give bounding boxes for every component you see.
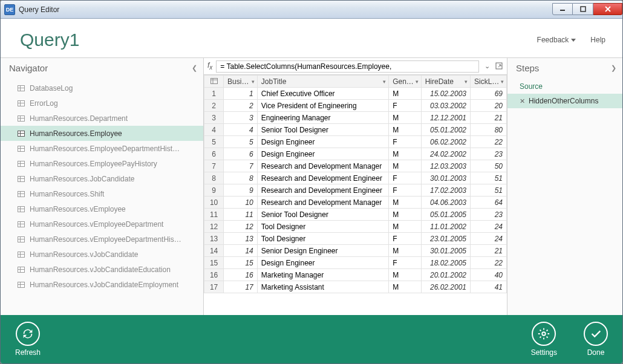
cell-jobtitle: Vice President of Engineering bbox=[257, 100, 388, 112]
cell-jobtitle: Design Engineer bbox=[257, 148, 388, 160]
table-row[interactable]: 11Chief Executive OfficerM15.02.200369 bbox=[204, 88, 507, 100]
done-button[interactable]: Done bbox=[584, 322, 608, 357]
minimize-button[interactable] bbox=[552, 3, 573, 15]
navigator-item-label: DatabaseLog bbox=[30, 84, 73, 93]
navigator-item[interactable]: HumanResources.Shift bbox=[1, 186, 203, 201]
page-title: Query1 bbox=[20, 30, 79, 50]
column-header-hiredate[interactable]: HireDate▾ bbox=[421, 76, 470, 88]
cell-business: 2 bbox=[224, 100, 258, 112]
table-icon bbox=[18, 146, 25, 152]
cell-business: 3 bbox=[224, 112, 258, 124]
cell-hiredate: 05.01.2005 bbox=[421, 209, 470, 221]
close-button[interactable] bbox=[593, 3, 622, 15]
table-icon bbox=[18, 131, 25, 137]
table-row[interactable]: 1010Research and Development ManagerM04.… bbox=[204, 197, 507, 209]
step-item[interactable]: Source bbox=[507, 79, 622, 94]
navigator-list[interactable]: DatabaseLogErrorLogHumanResources.Depart… bbox=[1, 76, 203, 315]
navigator-item-label: HumanResources.Employee bbox=[30, 129, 122, 138]
table-row[interactable]: 1616Marketing ManagerM20.01.200240 bbox=[204, 269, 507, 281]
step-item[interactable]: ✕HiddenOtherColumns bbox=[507, 94, 622, 108]
cell-hiredate: 24.02.2002 bbox=[421, 148, 470, 160]
chevron-down-icon bbox=[571, 39, 576, 42]
gear-icon bbox=[532, 322, 556, 346]
navigator-item[interactable]: HumanResources.JobCandidate bbox=[1, 171, 203, 186]
header: Query1 Feedback Help bbox=[1, 19, 622, 57]
navigator-item[interactable]: HumanResources.vEmployee bbox=[1, 201, 203, 216]
cell-sickleave: 22 bbox=[471, 257, 507, 269]
row-number: 4 bbox=[204, 124, 224, 136]
column-header-gender[interactable]: Gen…▾ bbox=[389, 76, 422, 88]
delete-step-icon[interactable]: ✕ bbox=[520, 97, 525, 105]
navigator-item[interactable]: HumanResources.vJobCandidateEducation bbox=[1, 262, 203, 277]
navigator-item-label: HumanResources.JobCandidate bbox=[30, 175, 134, 183]
grid-scroll[interactable]: Busi…▾ JobTitle▾ Gen…▾ HireDate▾ SickLe…… bbox=[204, 75, 507, 315]
navigator-item[interactable]: HumanResources.vEmployeeDepartment bbox=[1, 216, 203, 232]
table-row[interactable]: 1313Tool DesignerF23.01.200524 bbox=[204, 233, 507, 245]
table-row[interactable]: 33Engineering ManagerM12.12.200121 bbox=[204, 112, 507, 124]
table-row[interactable]: 66Design EngineerM24.02.200223 bbox=[204, 148, 507, 160]
navigator-item[interactable]: HumanResources.Employee bbox=[1, 126, 203, 141]
collapse-right-icon[interactable]: ❯ bbox=[611, 64, 616, 72]
window-controls bbox=[552, 4, 622, 15]
row-number: 6 bbox=[204, 148, 224, 160]
formula-dropdown-icon[interactable]: ⌄ bbox=[483, 62, 491, 70]
maximize-button[interactable] bbox=[573, 3, 593, 15]
settings-button[interactable]: Settings bbox=[531, 322, 557, 357]
navigator-item[interactable]: ErrorLog bbox=[1, 96, 203, 111]
table-icon bbox=[18, 85, 25, 91]
cell-sickleave: 23 bbox=[471, 209, 507, 221]
cell-gender: F bbox=[389, 100, 422, 112]
table-row[interactable]: 1414Senior Design EngineerM30.01.200521 bbox=[204, 245, 507, 257]
table-row[interactable]: 88Research and Development EngineerF30.0… bbox=[204, 172, 507, 184]
cell-business: 17 bbox=[224, 281, 258, 293]
row-number: 12 bbox=[204, 221, 224, 233]
column-header-sickleave[interactable]: SickLe…▾ bbox=[471, 76, 507, 88]
navigator-header: Navigator ❮ bbox=[1, 58, 203, 76]
navigator-item[interactable]: DatabaseLog bbox=[1, 80, 203, 96]
navigator-item[interactable]: HumanResources.vJobCandidate bbox=[1, 247, 203, 262]
cell-jobtitle: Senior Tool Designer bbox=[257, 209, 388, 221]
feedback-link[interactable]: Feedback bbox=[537, 36, 576, 44]
table-row[interactable]: 44Senior Tool DesignerM05.01.200280 bbox=[204, 124, 507, 136]
navigator-item-label: HumanResources.vJobCandidateEmployment bbox=[30, 281, 178, 289]
navigator-item[interactable]: HumanResources.EmployeeDepartmentHist… bbox=[1, 141, 203, 156]
cell-hiredate: 04.06.2003 bbox=[421, 197, 470, 209]
cell-business: 1 bbox=[224, 88, 258, 100]
refresh-button[interactable]: Refresh bbox=[15, 322, 41, 357]
table-corner[interactable] bbox=[204, 76, 224, 88]
cell-sickleave: 24 bbox=[471, 221, 507, 233]
navigator-item[interactable]: HumanResources.EmployeePayHistory bbox=[1, 156, 203, 171]
collapse-left-icon[interactable]: ❮ bbox=[192, 64, 197, 72]
navigator-item-label: HumanResources.vJobCandidateEducation bbox=[30, 265, 171, 274]
cell-jobtitle: Research and Development Engineer bbox=[257, 184, 388, 197]
table-row[interactable]: 55Design EngineerF06.02.200222 bbox=[204, 136, 507, 148]
table-row[interactable]: 22Vice President of EngineeringF03.03.20… bbox=[204, 100, 507, 112]
cell-jobtitle: Senior Design Engineer bbox=[257, 245, 388, 257]
cell-hiredate: 26.02.2001 bbox=[421, 281, 470, 293]
data-grid: Busi…▾ JobTitle▾ Gen…▾ HireDate▾ SickLe…… bbox=[204, 75, 507, 293]
close-icon bbox=[604, 6, 612, 12]
navigator-item[interactable]: HumanResources.vJobCandidateEmployment bbox=[1, 277, 203, 292]
cell-sickleave: 21 bbox=[471, 112, 507, 124]
column-header-business[interactable]: Busi…▾ bbox=[224, 76, 258, 88]
cell-business: 6 bbox=[224, 148, 258, 160]
table-row[interactable]: 1717Marketing AssistantM26.02.200141 bbox=[204, 281, 507, 293]
table-row[interactable]: 1515Design EngineerF18.02.200522 bbox=[204, 257, 507, 269]
zoom-formula-icon[interactable] bbox=[495, 62, 503, 71]
table-row[interactable]: 77Research and Development ManagerM12.03… bbox=[204, 160, 507, 172]
table-row[interactable]: 1212Tool DesignerM11.01.200224 bbox=[204, 221, 507, 233]
formula-input[interactable] bbox=[216, 60, 479, 73]
svg-rect-1 bbox=[581, 7, 585, 11]
table-row[interactable]: 99Research and Development EngineerF17.0… bbox=[204, 184, 507, 197]
cell-gender: F bbox=[389, 184, 422, 197]
help-link[interactable]: Help bbox=[590, 36, 605, 44]
check-icon bbox=[584, 322, 608, 346]
navigator-item[interactable]: HumanResources.vEmployeeDepartmentHis… bbox=[1, 232, 203, 247]
cell-gender: M bbox=[389, 221, 422, 233]
column-header-jobtitle[interactable]: JobTitle▾ bbox=[257, 76, 388, 88]
navigator-item[interactable]: HumanResources.Department bbox=[1, 111, 203, 126]
cell-gender: M bbox=[389, 209, 422, 221]
cell-hiredate: 20.01.2002 bbox=[421, 269, 470, 281]
table-icon bbox=[18, 236, 25, 242]
table-row[interactable]: 1111Senior Tool DesignerM05.01.200523 bbox=[204, 209, 507, 221]
